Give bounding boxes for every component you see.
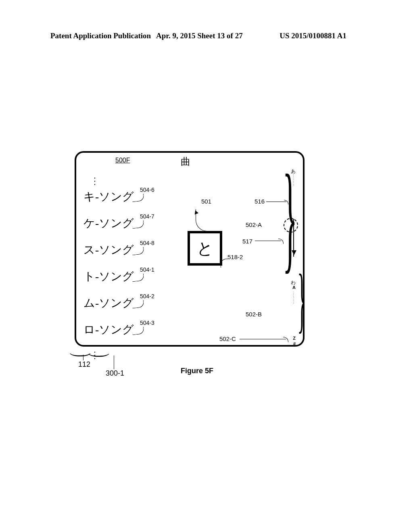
list-item[interactable]: ト-ソング 504-1	[83, 271, 134, 282]
index-char[interactable]: #	[293, 341, 296, 346]
reference-label: 502-B	[246, 311, 262, 318]
reference-label: 516	[254, 198, 265, 205]
reference-label: 502-C	[219, 335, 236, 342]
song-text: ス-ソング	[83, 243, 134, 256]
leader-line	[131, 273, 144, 282]
leader-line	[131, 326, 144, 335]
index-scrubber[interactable]: あ ········· ··········· わ A ········· Z …	[288, 168, 298, 340]
header-center: Apr. 9, 2015 Sheet 13 of 27	[156, 31, 243, 40]
leader-line	[240, 339, 286, 339]
touch-indicator	[284, 218, 298, 233]
reference-label: 518-2	[227, 254, 243, 260]
list-item[interactable]: キ-ソング 504-6	[83, 191, 134, 202]
header-left: Patent Application Publication	[50, 31, 151, 40]
song-list[interactable]: ··· キ-ソング 504-6 ケ-ソング 504-7 ス-ソング 504-8 …	[83, 175, 134, 365]
reference-label: 504-3	[140, 320, 154, 326]
screen-title: 曲	[181, 155, 190, 168]
reference-label: 504-6	[140, 187, 154, 193]
song-text: ロ-ソング	[83, 323, 134, 336]
reference-label: 112	[78, 360, 90, 369]
leader-line	[131, 300, 144, 308]
ellipsis-icon: ···	[87, 177, 103, 186]
figure-caption: Figure 5F	[181, 367, 213, 375]
song-text: キ-ソング	[83, 190, 134, 203]
song-text: ム-ソング	[83, 297, 134, 309]
ellipsis-icon: ·········	[293, 291, 294, 333]
index-preview-popup: と	[188, 231, 222, 266]
reference-label: 300-1	[106, 369, 124, 378]
reference-label: 502-A	[246, 221, 262, 228]
leader-line	[131, 247, 144, 255]
list-item[interactable]: ム-ソング 504-2	[83, 297, 134, 309]
leader-line	[131, 220, 144, 229]
page: Patent Application Publication Apr. 9, 2…	[0, 0, 413, 532]
ellipsis-icon: ···········	[293, 227, 294, 277]
leader-line	[83, 355, 83, 360]
list-item[interactable]: ス-ソング 504-8	[83, 244, 134, 256]
song-text: ト-ソング	[83, 270, 134, 283]
ellipsis-icon: ·········	[293, 174, 294, 211]
list-item[interactable]: ケ-ソング 504-7	[83, 218, 134, 229]
reference-label: 504-2	[140, 293, 154, 299]
brace-icon: )	[88, 353, 113, 357]
leader-line	[255, 241, 281, 241]
popup-character: と	[197, 237, 213, 260]
publication-number: US 2015/0100881 A1	[280, 31, 346, 40]
list-item[interactable]: ロ-ソング 504-3	[83, 324, 134, 335]
reference-label: 504-7	[140, 214, 154, 219]
reference-label: 504-8	[140, 240, 154, 246]
device-frame: 500F 曲 ··· キ-ソング 504-6 ケ-ソング 504-7 ス-ソング…	[75, 151, 305, 347]
leader-line	[114, 355, 114, 369]
figure-id-label: 500F	[115, 157, 130, 164]
reference-label: 501	[201, 198, 211, 205]
leader-arrow	[196, 209, 208, 231]
index-char[interactable]: Z	[293, 336, 296, 341]
reference-label: 517	[242, 238, 252, 245]
index-char[interactable]: A	[292, 285, 296, 290]
song-text: ケ-ソング	[83, 217, 134, 229]
brace-icon: }	[297, 274, 306, 326]
leader-line	[131, 193, 144, 202]
reference-label: 504-1	[140, 267, 154, 272]
